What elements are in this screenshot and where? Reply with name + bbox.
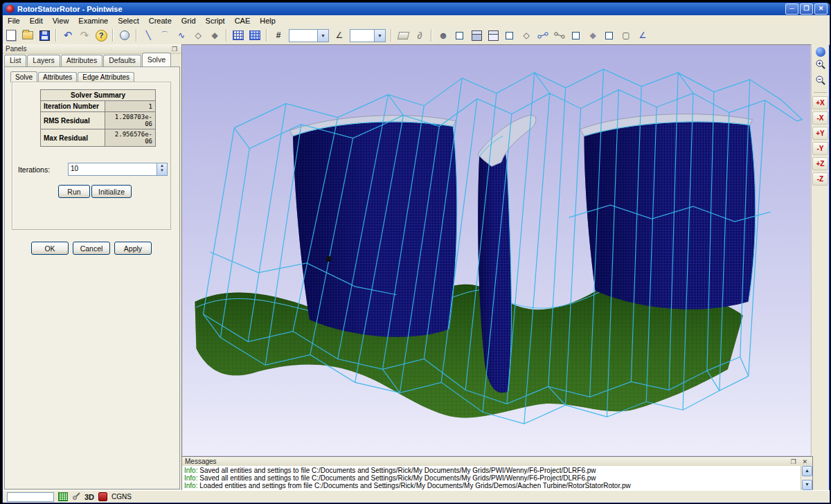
assemble-domain-icon[interactable]: ◇ bbox=[519, 28, 534, 43]
menu-create[interactable]: Create bbox=[144, 16, 177, 26]
connector-split-icon[interactable] bbox=[552, 28, 567, 43]
view-minus-y-button[interactable]: -Y bbox=[812, 142, 828, 155]
menu-view[interactable]: View bbox=[48, 16, 74, 26]
apply-button[interactable]: Apply bbox=[114, 242, 152, 255]
block-outline-icon[interactable] bbox=[485, 28, 501, 43]
subtab-solve[interactable]: Solve bbox=[10, 71, 37, 82]
restore-button[interactable]: ❐ bbox=[800, 3, 813, 15]
new-file-icon[interactable] bbox=[3, 28, 19, 43]
menu-edit[interactable]: Edit bbox=[25, 16, 48, 26]
redo-icon[interactable]: ↷ bbox=[77, 28, 92, 43]
menu-file[interactable]: File bbox=[3, 16, 25, 26]
main-toolbar: ↶ ↷ ? ╲ ⌒ ∿ ◇ ◆ # ▼ ∠ ▼ ∂ ☻ ◇ ◆ bbox=[3, 26, 830, 45]
window-title: RotorStatorRotor - Pointwise bbox=[17, 5, 123, 13]
assemble-block-checkbox[interactable] bbox=[452, 28, 467, 43]
menu-examine[interactable]: Examine bbox=[73, 16, 113, 26]
table-row: RMS Residual 1.208703e-06 bbox=[41, 112, 156, 129]
open-file-icon[interactable] bbox=[20, 28, 35, 43]
cae-status-icon bbox=[98, 492, 107, 501]
zoom-in-icon[interactable] bbox=[815, 59, 826, 73]
solve-groupbox: Solver Summary Iteration Number 1 RMS Re… bbox=[12, 82, 171, 230]
app-window: RotorStatorRotor - Pointwise ─ ❐ ✕ File … bbox=[2, 2, 830, 503]
partial-derivative-icon[interactable]: ∂ bbox=[412, 28, 427, 43]
spacing-combo[interactable]: ▼ bbox=[350, 29, 386, 42]
diamond-outline-icon[interactable]: ◇ bbox=[190, 28, 206, 43]
menu-help[interactable]: Help bbox=[255, 16, 280, 26]
scroll-up-icon[interactable]: ▲ bbox=[802, 466, 812, 476]
selection-point bbox=[326, 256, 332, 262]
diamond2-icon[interactable]: ◆ bbox=[585, 28, 600, 43]
grid-status-icon bbox=[58, 492, 68, 501]
cancel-button[interactable]: Cancel bbox=[73, 242, 110, 255]
tab-list[interactable]: List bbox=[4, 55, 26, 66]
title-bar[interactable]: RotorStatorRotor - Pointwise ─ ❐ ✕ bbox=[3, 3, 830, 15]
eraser-icon[interactable] bbox=[395, 28, 411, 43]
spacing-angle-icon: ∠ bbox=[332, 28, 347, 43]
row-label: Max Residual bbox=[41, 129, 105, 147]
dimension-combo[interactable]: ▼ bbox=[289, 29, 329, 42]
dock-icon[interactable]: ❐ bbox=[172, 46, 179, 53]
arc-tool-icon[interactable]: ⌒ bbox=[157, 28, 172, 43]
panels-pane: Panels ❐ List Layers Attributes Defaults… bbox=[3, 44, 182, 491]
messages-header: Messages ❐ ✕ bbox=[182, 457, 812, 467]
square-tool-checkbox[interactable] bbox=[602, 28, 617, 43]
zoom-out-icon[interactable] bbox=[815, 75, 826, 89]
iterations-stepper[interactable]: 10 ▲▼ bbox=[68, 163, 168, 176]
spline-tool-icon[interactable]: ∿ bbox=[174, 28, 189, 43]
solver-summary-table: Solver Summary Iteration Number 1 RMS Re… bbox=[40, 89, 156, 147]
view-minus-z-button[interactable]: -Z bbox=[812, 172, 828, 186]
subtab-attributes[interactable]: Attributes bbox=[38, 72, 77, 82]
save-icon[interactable] bbox=[37, 28, 52, 43]
float-panel-icon[interactable]: ❐ bbox=[791, 458, 798, 465]
menu-grid[interactable]: Grid bbox=[177, 16, 201, 26]
extrude-grid-icon[interactable] bbox=[247, 28, 262, 43]
diamond-fill-icon[interactable]: ◆ bbox=[207, 28, 222, 43]
cae-solver-label: CGNS bbox=[111, 493, 132, 501]
assemble-block-icon[interactable] bbox=[469, 28, 484, 43]
tab-attributes[interactable]: Attributes bbox=[61, 55, 102, 66]
stepper-arrows[interactable]: ▲▼ bbox=[157, 163, 167, 175]
menu-cae[interactable]: CAE bbox=[230, 16, 256, 26]
probe-icon bbox=[72, 492, 80, 502]
dimension-mode-label[interactable]: 3D bbox=[84, 493, 94, 501]
assemble-domain-checkbox[interactable] bbox=[502, 28, 517, 43]
square-tool-icon[interactable]: ▢ bbox=[618, 28, 634, 43]
help-icon[interactable]: ? bbox=[93, 28, 109, 43]
tab-solve[interactable]: Solve bbox=[142, 53, 171, 66]
close-button[interactable]: ✕ bbox=[814, 3, 828, 15]
status-bar: 3D CGNS bbox=[3, 490, 830, 503]
app-icon bbox=[6, 5, 15, 13]
scroll-down-icon[interactable]: ▼ bbox=[802, 480, 812, 490]
viewport-3d[interactable] bbox=[181, 44, 813, 458]
mask-icon[interactable]: ☻ bbox=[436, 28, 451, 43]
structured-grid-icon[interactable] bbox=[231, 28, 246, 43]
ok-button[interactable]: OK bbox=[31, 242, 69, 255]
messages-log: Info: Saved all entities and settings to… bbox=[182, 466, 801, 490]
messages-scrollbar[interactable]: ▲ ▼ bbox=[801, 466, 812, 490]
viewport-3d-scene bbox=[182, 45, 811, 456]
messages-panel: Messages ❐ ✕ Info: Saved all entities an… bbox=[181, 456, 813, 491]
connector-join-icon[interactable] bbox=[535, 28, 551, 43]
close-messages-icon[interactable]: ✕ bbox=[802, 458, 810, 465]
minimize-button[interactable]: ─ bbox=[785, 3, 798, 15]
subtab-edge-attributes[interactable]: Edge Attributes bbox=[78, 72, 134, 82]
initialize-button[interactable]: Initialize bbox=[91, 185, 132, 198]
angle-tool-icon[interactable]: ∠ bbox=[635, 28, 650, 43]
solve-subtabs: Solve Attributes Edge Attributes bbox=[10, 71, 135, 82]
tab-layers[interactable]: Layers bbox=[27, 55, 60, 66]
assemble-special-checkbox[interactable] bbox=[569, 28, 584, 43]
menu-script[interactable]: Script bbox=[201, 16, 230, 26]
undo-icon[interactable]: ↶ bbox=[60, 28, 75, 43]
view-minus-x-button[interactable]: -X bbox=[812, 111, 828, 125]
light-icon[interactable] bbox=[117, 28, 132, 43]
dimension-icon: # bbox=[271, 28, 286, 43]
status-input[interactable] bbox=[7, 492, 54, 502]
view-plus-y-button[interactable]: +Y bbox=[812, 127, 828, 140]
tab-defaults[interactable]: Defaults bbox=[103, 55, 141, 66]
menu-select[interactable]: Select bbox=[113, 16, 144, 26]
segment-tool-icon[interactable]: ╲ bbox=[141, 28, 156, 43]
rotate-view-icon[interactable] bbox=[816, 47, 825, 57]
view-plus-x-button[interactable]: +X bbox=[812, 96, 828, 109]
view-plus-z-button[interactable]: +Z bbox=[812, 157, 828, 170]
run-button[interactable]: Run bbox=[58, 185, 90, 198]
